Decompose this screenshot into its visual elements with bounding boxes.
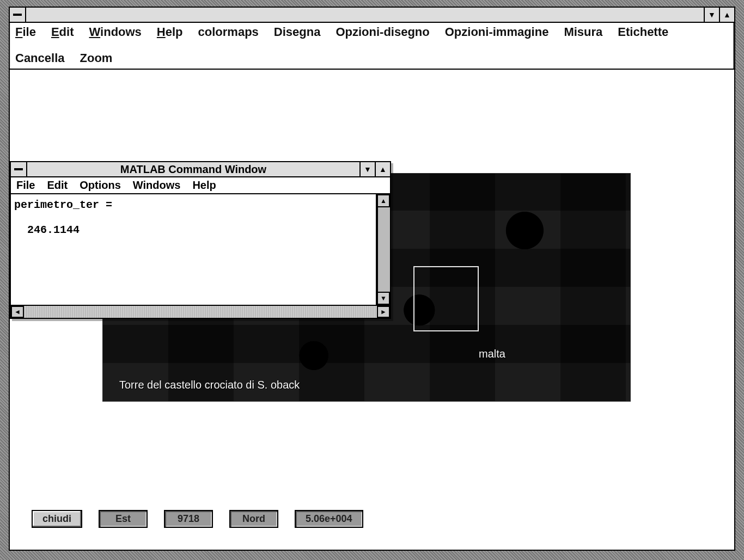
menu-disegna[interactable]: Disegna: [274, 25, 321, 39]
scroll-up-icon[interactable]: ▲: [377, 194, 390, 207]
close-button[interactable]: chiudi: [32, 510, 82, 528]
matlab-menu-options[interactable]: Options: [80, 179, 121, 192]
matlab-maximize-button[interactable]: ▲: [375, 162, 390, 176]
matlab-client-area: perimetro_ter = 246.1144 ▲ ▼: [11, 194, 390, 305]
menu-file[interactable]: File: [15, 25, 36, 39]
scroll-right-icon[interactable]: ►: [377, 306, 390, 318]
scroll-track-h[interactable]: [24, 306, 377, 318]
maximize-button[interactable]: ▲: [719, 8, 734, 22]
menu-opzioni-disegno[interactable]: Opzioni-disegno: [336, 25, 429, 39]
matlab-command-window: MATLAB Command Window ▼ ▲ File Edit Opti…: [10, 161, 391, 319]
matlab-window-controls: ▼ ▲: [359, 162, 390, 176]
main-window: ▼ ▲ File Edit Windows Help colormaps Dis…: [9, 7, 735, 551]
annotation-malta: malta: [479, 348, 505, 360]
matlab-menu-edit[interactable]: Edit: [47, 179, 68, 192]
matlab-menubar: File Edit Options Windows Help: [11, 177, 390, 194]
matlab-horizontal-scrollbar[interactable]: ◄ ►: [11, 305, 390, 318]
matlab-window-title: MATLAB Command Window: [27, 162, 359, 176]
menu-opzioni-immagine[interactable]: Opzioni-immagine: [445, 25, 549, 39]
menu-edit[interactable]: Edit: [51, 25, 74, 39]
main-menubar: File Edit Windows Help colormaps Disegna…: [10, 23, 734, 70]
matlab-var-value: 246.1144: [14, 224, 80, 236]
matlab-var-name: perimetro_ter =: [14, 199, 112, 211]
scroll-left-icon[interactable]: ◄: [11, 306, 24, 318]
menu-zoom[interactable]: Zoom: [80, 51, 113, 65]
minimize-button[interactable]: ▼: [704, 8, 719, 22]
status-nord-value: 5.06e+004: [295, 510, 363, 528]
menu-etichette[interactable]: Etichette: [618, 25, 668, 39]
matlab-titlebar[interactable]: MATLAB Command Window ▼ ▲: [11, 162, 390, 177]
annotation-caption: Torre del castello crociato di S. oback: [119, 379, 300, 391]
status-bar: chiudi Est 9718 Nord 5.06e+004: [32, 510, 363, 528]
menu-help[interactable]: Help: [157, 25, 183, 39]
matlab-minimize-button[interactable]: ▼: [359, 162, 375, 176]
main-client-area: malta Torre del castello crociato di S. …: [10, 70, 734, 550]
status-est-value: 9718: [164, 510, 213, 528]
matlab-output-text[interactable]: perimetro_ter = 246.1144: [11, 194, 377, 305]
system-menu-icon[interactable]: [10, 8, 26, 22]
window-controls: ▼ ▲: [704, 8, 734, 22]
titlebar-spacer[interactable]: [26, 8, 704, 22]
menu-misura[interactable]: Misura: [564, 25, 602, 39]
selection-rectangle[interactable]: [413, 266, 479, 331]
menu-windows[interactable]: Windows: [89, 25, 142, 39]
menu-cancella[interactable]: Cancella: [15, 51, 65, 65]
matlab-menu-windows[interactable]: Windows: [133, 179, 181, 192]
matlab-menu-file[interactable]: File: [16, 179, 35, 192]
matlab-system-menu-icon[interactable]: [11, 162, 27, 176]
scroll-down-icon[interactable]: ▼: [377, 292, 390, 305]
scroll-track[interactable]: [377, 207, 390, 292]
matlab-menu-help[interactable]: Help: [192, 179, 216, 192]
status-nord-label: Nord: [229, 510, 278, 528]
menu-colormaps[interactable]: colormaps: [198, 25, 259, 39]
main-titlebar[interactable]: ▼ ▲: [10, 8, 734, 23]
status-est-label: Est: [99, 510, 148, 528]
matlab-vertical-scrollbar[interactable]: ▲ ▼: [377, 194, 390, 305]
